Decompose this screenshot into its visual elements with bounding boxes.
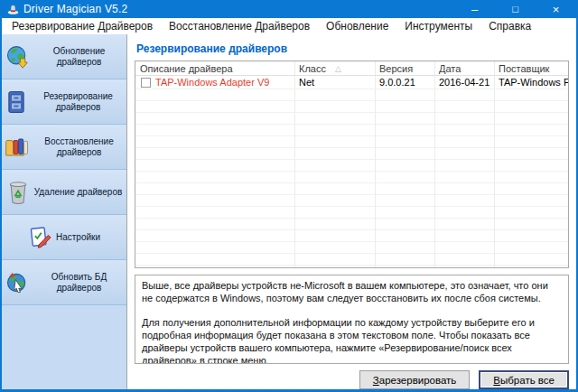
select-all-button-accelerator: В xyxy=(493,375,500,386)
sidebar-item-update-driver-db[interactable]: Обновить БД драйверов xyxy=(2,260,126,305)
sidebar-item-label: Удаление драйверов xyxy=(34,187,123,198)
column-header-description[interactable]: Описание драйвера xyxy=(135,61,294,75)
driver-table: Описание драйвера Класс △ Версия Дата По… xyxy=(135,61,569,268)
globe-download-icon xyxy=(5,44,30,70)
row-checkbox[interactable] xyxy=(141,78,151,88)
menu-restore-drivers[interactable]: Восстановление Драйверов xyxy=(161,18,318,34)
page-title: Резервирование драйверов xyxy=(135,34,569,61)
column-header-label: Класс xyxy=(299,63,326,74)
close-icon[interactable]: × xyxy=(536,0,576,18)
sidebar-item-restore-drivers[interactable]: Восстановление драйверов xyxy=(2,125,126,170)
sidebar-item-update-drivers[interactable]: Обнолвение драйверов xyxy=(2,34,126,79)
window-body: Обнолвение драйверов Резервирование драй… xyxy=(2,34,576,389)
folder-books-icon xyxy=(5,135,30,159)
window-controls: – □ × xyxy=(454,0,576,18)
column-header-label: Версия xyxy=(379,63,413,74)
table-header: Описание драйвера Класс △ Версия Дата По… xyxy=(135,61,568,76)
column-divider xyxy=(294,61,295,267)
column-header-label: Поставщик xyxy=(499,63,549,74)
menu-help[interactable]: Справка xyxy=(480,18,539,34)
minimize-icon[interactable]: – xyxy=(454,0,495,18)
driver-version-cell: 9.0.0.21 xyxy=(375,76,434,89)
globe-cursor-icon xyxy=(5,270,30,295)
maximize-icon[interactable]: □ xyxy=(495,0,536,18)
driver-date-cell: 2016-04-21 xyxy=(434,76,494,89)
column-header-class[interactable]: Класс △ xyxy=(294,61,375,75)
column-header-date[interactable]: Дата xyxy=(434,61,494,75)
cabinet-icon xyxy=(5,89,28,115)
sidebar: Обнолвение драйверов Резервирование драй… xyxy=(2,34,126,389)
backup-button[interactable]: Зарезервировать xyxy=(359,370,471,389)
driver-class-cell: Net xyxy=(294,76,375,89)
column-header-version[interactable]: Версия xyxy=(375,61,434,75)
trash-recycle-icon xyxy=(6,180,30,205)
sidebar-item-remove-drivers[interactable]: Удаление драйверов xyxy=(2,170,126,215)
backup-button-accelerator: З xyxy=(373,375,379,386)
sort-ascending-icon: △ xyxy=(335,64,341,73)
menu-update[interactable]: Обновление xyxy=(318,18,396,34)
sidebar-item-backup-drivers[interactable]: Резервирование драйверов xyxy=(2,79,126,125)
driver-name: TAP-Windows Adapter V9 xyxy=(155,77,269,88)
column-divider xyxy=(375,61,376,267)
column-header-label: Дата xyxy=(439,63,461,74)
sidebar-item-label: Обновить БД драйверов xyxy=(34,272,124,293)
sidebar-item-label: Настройки xyxy=(56,232,100,243)
driver-description-cell: TAP-Windows Adapter V9 xyxy=(135,76,294,89)
menu-bar: Резервирование Драйверов Восстановление … xyxy=(2,18,576,34)
sidebar-filler xyxy=(2,305,126,389)
title-bar: Driver Magician V5.2 – □ × xyxy=(2,0,576,18)
sidebar-item-label: Резервирование драйверов xyxy=(33,91,124,112)
menu-tools[interactable]: Инструменты xyxy=(396,18,480,34)
column-divider xyxy=(494,61,495,267)
column-divider xyxy=(434,61,435,267)
sidebar-item-settings[interactable]: Настройки xyxy=(2,215,126,260)
driver-info-textbox[interactable]: Выше, все драйверы устройств не-Microsof… xyxy=(135,275,569,364)
select-all-button-label: ыбрать все xyxy=(500,375,555,386)
app-window: Driver Magician V5.2 – □ × Резервировани… xyxy=(0,0,578,392)
checklist-pencil-icon xyxy=(28,226,51,249)
driver-vendor-cell: TAP-Windows Prov... xyxy=(494,76,568,89)
action-button-row: Зарезервировать Выбрать все xyxy=(135,370,569,389)
table-row[interactable]: TAP-Windows Adapter V9 Net 9.0.0.21 2016… xyxy=(135,76,568,89)
main-panel: Резервирование драйверов Описание драйве… xyxy=(126,34,576,389)
sidebar-item-label: Восстановление драйверов xyxy=(34,136,124,157)
column-header-label: Описание драйвера xyxy=(140,63,233,74)
menu-backup-drivers[interactable]: Резервирование Драйверов xyxy=(4,18,161,34)
select-all-button[interactable]: Выбрать все xyxy=(479,370,569,389)
info-paragraph: Для получения дополнительной информации … xyxy=(142,316,562,364)
sidebar-item-label: Обнолвение драйверов xyxy=(34,46,124,67)
info-paragraph: Выше, все драйверы устройств не-Microsof… xyxy=(142,279,562,304)
window-title: Driver Magician V5.2 xyxy=(23,3,127,15)
app-icon xyxy=(7,4,19,15)
empty-table-area xyxy=(135,89,568,267)
backup-button-label: арезервировать xyxy=(379,375,457,386)
column-header-vendor[interactable]: Поставщик xyxy=(494,61,568,75)
